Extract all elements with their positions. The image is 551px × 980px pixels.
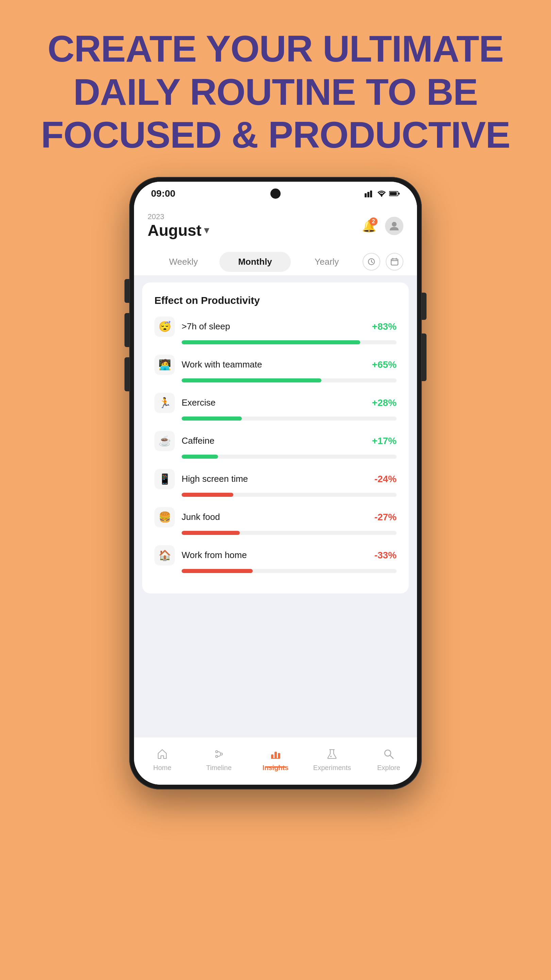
svg-rect-6	[390, 192, 397, 195]
clock-icon	[368, 258, 375, 266]
bottom-nav: HomeTimelineInsightsExperimentsExplore	[134, 737, 417, 785]
phone-device: 09:00	[129, 177, 422, 789]
productivity-item: 🏠 Work from home -33%	[154, 545, 397, 573]
svg-point-21	[330, 756, 332, 757]
svg-point-4	[381, 195, 382, 197]
item-percent-0: +83%	[372, 321, 397, 332]
svg-rect-2	[370, 191, 372, 197]
header-month[interactable]: August ▾	[148, 221, 209, 240]
svg-rect-1	[367, 192, 369, 197]
nav-item-experiments[interactable]: Experiments	[304, 748, 360, 772]
tab-bar: Weekly Monthly Yearly	[134, 247, 417, 275]
phone-screen: 09:00	[134, 182, 417, 785]
productivity-item: ☕ Caffeine +17%	[154, 431, 397, 459]
status-bar: 09:00	[134, 182, 417, 205]
item-percent-1: +65%	[372, 360, 397, 370]
item-icon-1: 🧑‍💻	[154, 355, 175, 375]
productivity-list: 😴 >7h of sleep +83% 🧑‍💻 Work with teamma…	[154, 317, 397, 573]
nav-item-timeline[interactable]: Timeline	[191, 748, 247, 772]
volume-up-button	[124, 279, 129, 303]
productivity-item-header: 🧑‍💻 Work with teammate +65%	[154, 355, 397, 375]
nav-item-home[interactable]: Home	[134, 748, 191, 772]
notifications-button[interactable]: 🔔 2	[360, 217, 378, 235]
month-chevron-icon: ▾	[204, 224, 209, 236]
item-icon-5: 🍔	[154, 507, 175, 527]
bar-track-1	[182, 379, 397, 382]
item-icon-3: ☕	[154, 431, 175, 451]
productivity-item-header: 🏃 Exercise +28%	[154, 393, 397, 413]
item-percent-6: -33%	[375, 550, 397, 561]
card-title: Effect on Productivity	[154, 295, 397, 306]
svg-point-14	[216, 751, 218, 753]
volume-down-button	[124, 313, 129, 347]
productivity-item-header: 🍔 Junk food -27%	[154, 507, 397, 527]
item-icon-2: 🏃	[154, 393, 175, 413]
productivity-item: 🍔 Junk food -27%	[154, 507, 397, 535]
bar-fill-6	[182, 569, 253, 573]
bar-fill-2	[182, 417, 242, 421]
productivity-item-header: 🏠 Work from home -33%	[154, 545, 397, 566]
nav-explore-label: Explore	[377, 764, 400, 772]
productivity-item: 😴 >7h of sleep +83%	[154, 317, 397, 344]
item-icon-0: 😴	[154, 317, 175, 337]
phone-wrapper: 09:00	[0, 170, 551, 789]
bar-fill-3	[182, 455, 218, 459]
nav-insights-label: Insights	[263, 764, 289, 772]
svg-rect-19	[278, 753, 280, 759]
header-year: 2023	[148, 212, 209, 221]
productivity-item: 🏃 Exercise +28%	[154, 393, 397, 421]
item-percent-5: -27%	[375, 512, 397, 523]
bar-track-4	[182, 493, 397, 497]
headline: CREATE YOUR ULTIMATE DAILY ROUTINE TO BE…	[0, 0, 551, 170]
nav-home-icon	[156, 748, 168, 762]
wifi-icon	[377, 190, 386, 197]
item-name-0: >7h of sleep	[182, 321, 372, 332]
bar-fill-1	[182, 379, 321, 382]
scroll-area: Effect on Productivity 😴 >7h of sleep +8…	[134, 275, 417, 743]
header-right: 🔔 2	[360, 217, 403, 235]
tab-yearly[interactable]: Yearly	[291, 252, 362, 272]
history-button[interactable]	[362, 253, 380, 270]
item-name-2: Exercise	[182, 398, 372, 408]
nav-explore-icon	[383, 748, 395, 762]
app-header: 2023 August ▾ 🔔 2	[134, 205, 417, 247]
nav-timeline-icon	[213, 748, 225, 762]
nav-insights-icon	[270, 748, 281, 762]
nav-active-indicator	[265, 766, 286, 768]
svg-rect-17	[271, 754, 273, 759]
nav-items-container: HomeTimelineInsightsExperimentsExplore	[134, 743, 417, 772]
calendar-button[interactable]	[386, 253, 403, 270]
nav-home-label: Home	[153, 764, 171, 772]
nav-item-insights[interactable]: Insights	[247, 748, 304, 772]
svg-rect-10	[391, 259, 398, 265]
item-name-5: Junk food	[182, 512, 375, 522]
bar-fill-5	[182, 531, 240, 535]
nav-timeline-label: Timeline	[206, 764, 232, 772]
nav-item-explore[interactable]: Explore	[360, 748, 417, 772]
productivity-item-header: ☕ Caffeine +17%	[154, 431, 397, 451]
svg-point-15	[221, 753, 222, 755]
item-percent-2: +28%	[372, 398, 397, 408]
bar-fill-4	[182, 493, 233, 497]
item-name-3: Caffeine	[182, 436, 372, 446]
signal-icon	[365, 190, 374, 197]
tab-monthly[interactable]: Monthly	[219, 252, 291, 272]
item-percent-3: +17%	[372, 436, 397, 447]
svg-rect-7	[398, 192, 400, 195]
item-percent-4: -24%	[375, 474, 397, 485]
calendar-icon	[391, 258, 398, 266]
bar-fill-0	[182, 340, 360, 344]
item-name-4: High screen time	[182, 474, 375, 484]
tab-weekly[interactable]: Weekly	[148, 252, 219, 272]
productivity-item-header: 😴 >7h of sleep +83%	[154, 317, 397, 337]
bar-track-2	[182, 417, 397, 421]
svg-rect-18	[275, 752, 277, 759]
user-avatar-button[interactable]	[385, 217, 403, 235]
productivity-item: 🧑‍💻 Work with teammate +65%	[154, 355, 397, 382]
bar-track-6	[182, 569, 397, 573]
header-left: 2023 August ▾	[148, 212, 209, 240]
svg-rect-0	[365, 193, 367, 197]
battery-icon	[389, 191, 400, 197]
nav-experiments-icon	[326, 748, 338, 762]
person-icon	[389, 221, 399, 231]
